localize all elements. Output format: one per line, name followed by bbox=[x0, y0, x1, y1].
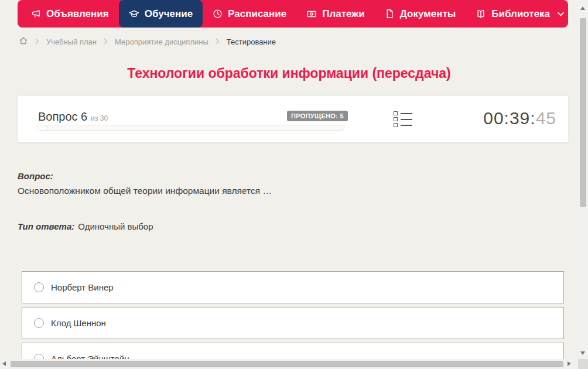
nav-item-label: Обучение bbox=[145, 8, 193, 20]
question-number: Вопрос 6из 30 bbox=[38, 110, 108, 124]
nav-item-payments[interactable]: Платежи bbox=[296, 0, 375, 28]
skipped-badge: ПРОПУЩЕНО: 5 bbox=[287, 111, 348, 121]
scrollbar-corner bbox=[578, 359, 588, 369]
nav-item-documents[interactable]: Документы bbox=[375, 0, 466, 28]
breadcrumb-item-curriculum[interactable]: Учебный план bbox=[46, 37, 97, 46]
nav-item-learning[interactable]: Обучение bbox=[119, 0, 203, 28]
document-icon bbox=[385, 9, 395, 19]
timer: 00:39:45 bbox=[483, 108, 556, 128]
clock-icon bbox=[213, 9, 223, 19]
book-icon bbox=[476, 9, 486, 19]
nav-item-library[interactable]: Библиотека bbox=[466, 0, 574, 28]
page-title: Технологии обработки информации (пересда… bbox=[0, 66, 578, 81]
answer-options: Норберт Винер Клод Шеннон Альберт Эйнште… bbox=[22, 271, 564, 369]
chevron-right-icon bbox=[104, 37, 108, 46]
breadcrumb: Учебный план Мероприятие дисциплины Тест… bbox=[19, 36, 276, 47]
answer-option[interactable]: Клод Шеннон bbox=[22, 307, 564, 339]
question-progress-card: Вопрос 6из 30 ПРОПУЩЕНО: 5 00:39:45 bbox=[18, 96, 568, 142]
question-prompt-label: Вопрос: bbox=[18, 171, 53, 181]
answer-type-label: Тип ответа: bbox=[18, 221, 74, 231]
vertical-scrollbar-thumb[interactable] bbox=[580, 18, 586, 207]
megaphone-icon bbox=[31, 9, 41, 19]
answer-type-row: Тип ответа:Одиночный выбор bbox=[18, 221, 153, 231]
chevron-down-icon bbox=[558, 12, 564, 16]
scroll-left-button[interactable] bbox=[2, 361, 6, 366]
radio-button[interactable] bbox=[34, 282, 44, 292]
horizontal-scrollbar[interactable] bbox=[0, 359, 578, 369]
answer-option[interactable]: Норберт Винер bbox=[22, 271, 564, 303]
lms-test-page: Объявления Обучение Расписание bbox=[0, 0, 588, 369]
breadcrumb-item-testing: Тестирование bbox=[227, 37, 276, 46]
nav-item-label: Объявления bbox=[46, 8, 109, 20]
timer-hours-minutes: 00:39: bbox=[483, 108, 535, 128]
graduation-cap-icon bbox=[129, 9, 139, 19]
nav-item-label: Документы bbox=[400, 8, 456, 20]
breadcrumb-home[interactable] bbox=[19, 36, 28, 47]
timer-seconds: 45 bbox=[536, 108, 556, 128]
nav-item-announcements[interactable]: Объявления bbox=[21, 0, 119, 28]
chevron-right-icon bbox=[35, 37, 39, 46]
nav-item-schedule[interactable]: Расписание bbox=[203, 0, 296, 28]
list-icon bbox=[394, 111, 412, 127]
question-count: из 30 bbox=[91, 114, 108, 122]
question-number-label: Вопрос 6 bbox=[38, 110, 87, 123]
scroll-down-button[interactable] bbox=[580, 351, 585, 355]
scroll-up-button[interactable] bbox=[580, 6, 585, 10]
payments-icon bbox=[306, 9, 317, 19]
nav-item-label: Расписание bbox=[228, 8, 286, 20]
radio-button[interactable] bbox=[34, 318, 44, 328]
vertical-scrollbar[interactable] bbox=[578, 0, 588, 359]
main-nav: Объявления Обучение Расписание bbox=[18, 0, 568, 28]
nav-item-label: Платежи bbox=[322, 8, 365, 20]
progress-fill bbox=[37, 125, 47, 130]
answer-option-label: Клод Шеннон bbox=[51, 318, 106, 328]
question-prompt-text: Основоположником общей теории информации… bbox=[18, 186, 272, 196]
scroll-right-button[interactable] bbox=[568, 361, 571, 366]
breadcrumb-item-discipline-event[interactable]: Мероприятие дисциплины bbox=[115, 37, 208, 46]
answer-option-label: Норберт Винер bbox=[51, 282, 114, 292]
home-icon bbox=[19, 38, 28, 47]
answer-type-value: Одиночный выбор bbox=[78, 221, 153, 231]
nav-item-label: Библиотека bbox=[491, 8, 550, 20]
progress-bar bbox=[37, 125, 344, 131]
chevron-right-icon bbox=[216, 37, 220, 46]
horizontal-scrollbar-thumb[interactable] bbox=[11, 361, 563, 367]
questions-list-button[interactable] bbox=[394, 111, 412, 128]
